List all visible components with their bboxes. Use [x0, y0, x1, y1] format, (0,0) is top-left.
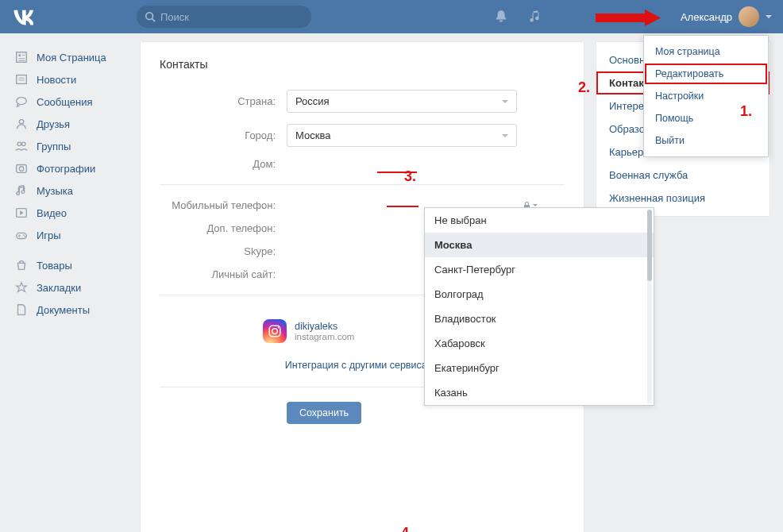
user-menu-toggle[interactable]: Александр — [681, 0, 772, 33]
sidebar-item-label: Друзья — [37, 118, 70, 130]
sidebar-item-messages[interactable]: Сообщения — [10, 91, 129, 113]
svg-rect-8 — [17, 75, 27, 84]
menu-item-mypage[interactable]: Моя страница — [644, 40, 768, 63]
vk-logo[interactable] — [11, 6, 33, 28]
sidebar-item-photos[interactable]: Фотографии — [10, 157, 129, 179]
bell-icon[interactable] — [494, 10, 508, 24]
chevron-down-icon — [502, 100, 508, 103]
search-placeholder: Поиск — [160, 11, 189, 23]
sidebar-item-market[interactable]: Товары — [10, 254, 129, 276]
sidebar-item-label: Закладки — [37, 282, 81, 294]
select-value: Москва — [295, 129, 330, 141]
svg-point-0 — [146, 13, 153, 20]
label-extra-phone: Доп. телефон: — [160, 222, 287, 234]
svg-point-16 — [19, 167, 23, 171]
sidebar-item-label: Товары — [37, 260, 72, 272]
svg-point-14 — [21, 142, 25, 146]
svg-rect-15 — [17, 165, 27, 173]
svg-point-29 — [278, 327, 280, 329]
sidebar-item-friends[interactable]: Друзья — [10, 113, 129, 135]
sidebar-item-documents[interactable]: Документы — [10, 299, 129, 321]
label-skype: Skype: — [160, 245, 287, 257]
sidebar-item-groups[interactable]: Группы — [10, 135, 129, 157]
annotation-1: 1. — [740, 103, 752, 120]
avatar — [739, 6, 759, 27]
label-home: Дом: — [160, 158, 287, 170]
svg-rect-4 — [18, 54, 21, 56]
sidebar-item-label: Новости — [37, 74, 76, 86]
svg-marker-18 — [20, 210, 24, 214]
sidebar-item-label: Музыка — [37, 185, 73, 197]
label-site: Личный сайт: — [160, 268, 287, 280]
select-country[interactable]: Россия — [287, 90, 517, 113]
sidebar-item-label: Группы — [37, 141, 71, 152]
annotation-3: 3. — [404, 168, 416, 185]
select-city[interactable]: Москва — [287, 124, 517, 147]
sidebar-item-games[interactable]: Игры — [10, 224, 129, 246]
svg-point-11 — [17, 98, 27, 105]
sidebar-item-label: Документы — [37, 304, 90, 316]
select-value: Россия — [295, 95, 330, 107]
integration-domain: instagram.com — [295, 332, 354, 341]
menu-item-edit[interactable]: Редактировать — [644, 63, 768, 85]
dropdown-option[interactable]: Москва — [425, 233, 654, 257]
sidebar-item-music[interactable]: Музыка — [10, 179, 129, 202]
svg-point-22 — [23, 234, 25, 236]
menu-item-logout[interactable]: Выйти — [644, 129, 768, 152]
sidebar-item-mypage[interactable]: Моя Страница — [10, 46, 129, 68]
chevron-down-icon — [502, 134, 508, 137]
sidebar-item-label: Сообщения — [37, 96, 93, 108]
sidebar-item-video[interactable]: Видео — [10, 202, 129, 224]
sidebar-item-label: Игры — [37, 229, 61, 241]
app-header: Поиск Александр — [0, 0, 783, 33]
sidebar-item-news[interactable]: Новости — [10, 68, 129, 91]
label-mobile: Мобильный телефон: — [160, 199, 287, 211]
dropdown-option[interactable]: Не выбран — [425, 208, 654, 233]
chevron-down-icon — [766, 15, 772, 18]
label-country: Страна: — [160, 95, 287, 107]
svg-point-13 — [17, 142, 21, 146]
label-city: Город: — [160, 129, 287, 141]
annotation-arrow — [596, 10, 661, 26]
svg-marker-3 — [645, 10, 661, 26]
sidebar-item-label: Фотографии — [37, 163, 95, 175]
instagram-icon — [263, 319, 287, 343]
profile-dropdown: Моя страница Редактировать Настройки Пом… — [643, 35, 769, 157]
svg-rect-2 — [596, 13, 645, 22]
dropdown-option[interactable]: Владивосток — [425, 306, 654, 331]
sidebar-item-bookmarks[interactable]: Закладки — [10, 276, 129, 299]
svg-point-23 — [25, 236, 26, 237]
nav-item-position[interactable]: Жизненная позиция — [596, 187, 770, 210]
dropdown-option[interactable]: Санкт-Петербург — [425, 257, 654, 282]
dropdown-option[interactable]: Казань — [425, 380, 654, 405]
main-panel: Контакты Страна: Россия Город: Москва До… — [140, 41, 584, 532]
search-input[interactable]: Поиск — [137, 6, 311, 28]
search-icon — [145, 11, 156, 22]
left-sidebar: Моя Страница Новости Сообщения Друзья Гр… — [10, 41, 129, 532]
annotation-underline — [387, 206, 418, 207]
annotation-4: 4. — [401, 525, 413, 532]
scrollbar[interactable] — [647, 210, 652, 403]
annotation-2: 2. — [578, 79, 590, 96]
svg-marker-24 — [17, 283, 27, 292]
city-dropdown: Не выбран Москва Санкт-Петербург Волгогр… — [424, 207, 654, 406]
username: Александр — [681, 11, 732, 23]
integration-username[interactable]: dikiyaleks — [295, 321, 354, 332]
svg-point-28 — [272, 329, 278, 334]
dropdown-option[interactable]: Хабаровск — [425, 331, 654, 356]
sidebar-item-label: Видео — [37, 207, 67, 219]
dropdown-option[interactable]: Волгоград — [425, 282, 654, 306]
header-icons — [494, 10, 543, 24]
nav-item-military[interactable]: Военная служба — [596, 164, 770, 187]
music-icon[interactable] — [529, 10, 543, 24]
svg-point-12 — [19, 120, 23, 124]
save-button[interactable]: Сохранить — [287, 402, 361, 424]
svg-line-1 — [152, 19, 156, 22]
dropdown-option[interactable]: Екатеринбург — [425, 356, 654, 380]
sidebar-item-label: Моя Страница — [37, 52, 106, 64]
page-title: Контакты — [160, 58, 565, 71]
